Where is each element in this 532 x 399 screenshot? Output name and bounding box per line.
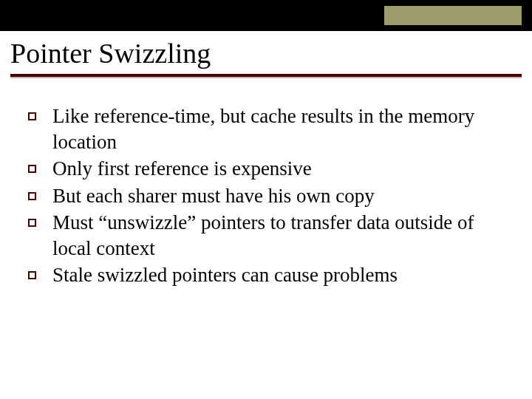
list-item: Like reference-time, but cache results i… xyxy=(28,103,501,154)
list-item-text: Only first reference is expensive xyxy=(52,156,312,182)
square-bullet-icon xyxy=(28,271,36,279)
list-item: Stale swizzled pointers can cause proble… xyxy=(28,262,501,288)
list-item-text: Stale swizzled pointers can cause proble… xyxy=(52,262,398,288)
bullet-list: Like reference-time, but cache results i… xyxy=(28,103,501,290)
list-item-text: But each sharer must have his own copy xyxy=(52,183,375,209)
square-bullet-icon xyxy=(28,165,36,173)
square-bullet-icon xyxy=(28,219,36,227)
divider-shadow xyxy=(10,77,522,78)
square-bullet-icon xyxy=(28,192,36,200)
list-item: But each sharer must have his own copy xyxy=(28,183,501,209)
slide: Pointer Swizzling Like reference-time, b… xyxy=(0,0,532,399)
list-item: Only first reference is expensive xyxy=(28,156,501,182)
list-item-text: Must “unswizzle” pointers to transfer da… xyxy=(52,210,501,261)
accent-box xyxy=(384,6,522,25)
slide-title: Pointer Swizzling xyxy=(10,38,211,69)
list-item-text: Like reference-time, but cache results i… xyxy=(52,103,501,154)
list-item: Must “unswizzle” pointers to transfer da… xyxy=(28,210,501,261)
square-bullet-icon xyxy=(28,112,36,120)
